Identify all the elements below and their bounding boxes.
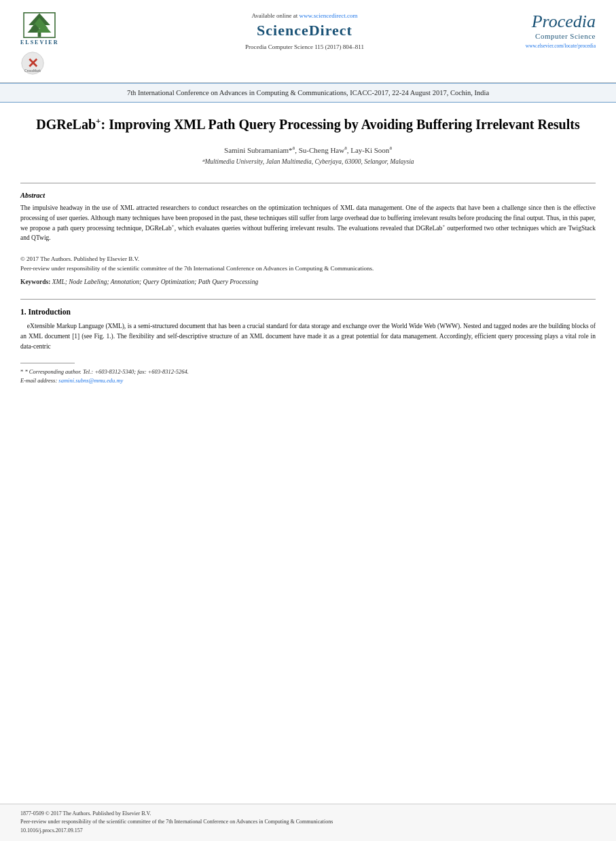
copyright-line2: Peer-review under responsibility of the … [20, 264, 596, 274]
section-title-introduction: 1. Introduction [20, 308, 596, 316]
abstract-title: Abstract [20, 192, 596, 199]
page-header: ELSEVIER ✕ CrossMark Available online at… [0, 0, 616, 83]
keywords-label: Keywords: [20, 279, 50, 285]
computer-science-label: Computer Science [507, 32, 596, 40]
crossmark-icon: ✕ CrossMark [20, 51, 45, 75]
header-center: Available online at www.sciencedirect.co… [102, 12, 507, 50]
copyright-line1: © 2017 The Authors. Published by Elsevie… [20, 255, 596, 264]
abstract-section: Abstract The impulsive headway in the us… [0, 192, 616, 243]
keywords-text: XML; Node Labeling; Annotation; Query Op… [52, 279, 258, 285]
footnote-email: E-mail address: samini.subns@mmu.edu.my [20, 376, 596, 386]
journal-name: Procedia Computer Science 115 (2017) 804… [115, 43, 494, 50]
procedia-title: Procedia [507, 12, 596, 32]
available-online-text: Available online at www.sciencedirect.co… [115, 12, 494, 19]
section-introduction: 1. Introduction eXtensible Markup Langua… [0, 308, 616, 351]
header-right: Procedia Computer Science www.elsevier.c… [507, 12, 596, 49]
conference-text: 7th International Conference on Advances… [127, 89, 489, 96]
bottom-doi: 10.1016/j.procs.2017.09.157 [20, 827, 596, 836]
conference-banner: 7th International Conference on Advances… [0, 83, 616, 103]
email-address[interactable]: samini.subns@mmu.edu.my [58, 377, 123, 384]
elsevier-tree-icon [22, 12, 56, 38]
elsevier-label: ELSEVIER [20, 39, 58, 46]
email-label: E-mail address: [20, 377, 57, 384]
authors: Samini Subramaniam*a, Su-Cheng Hawa, Lay… [34, 145, 582, 154]
keywords-section: Keywords: XML; Node Labeling; Annotation… [0, 279, 616, 291]
bottom-line2: Peer-review under responsibility of the … [20, 818, 596, 827]
paper-title-area: DGReLab+: Improving XML Path Query Proce… [0, 103, 616, 175]
elsevier-url[interactable]: www.elsevier.com/locate/procedia [507, 43, 596, 49]
svg-text:✕: ✕ [27, 56, 39, 71]
copyright-section: © 2017 The Authors. Published by Elsevie… [0, 249, 616, 279]
section-divider [20, 183, 596, 183]
bottom-line1: 1877-0509 © 2017 The Authors. Published … [20, 810, 596, 819]
paper-title: DGReLab+: Improving XML Path Query Proce… [34, 115, 582, 134]
svg-text:CrossMark: CrossMark [24, 69, 41, 73]
sciencedirect-url[interactable]: www.sciencedirect.com [300, 12, 358, 19]
bottom-bar: 1877-0509 © 2017 The Authors. Published … [0, 804, 616, 841]
footnote-line [20, 363, 75, 363]
elsevier-logo: ELSEVIER [20, 12, 58, 46]
footnote-section: * * Corresponding author. Tel.: +603-831… [0, 368, 616, 386]
abstract-text: The impulsive headway in the use of XML … [20, 203, 596, 243]
section-text-introduction: eXtensible Markup Language (XML), is a s… [20, 321, 596, 351]
header-left: ELSEVIER ✕ CrossMark [20, 12, 102, 75]
sciencedirect-title: ScienceDirect [115, 22, 494, 39]
affiliation: ᵃMultimedia University, Jalan Multimedia… [34, 158, 582, 165]
footnote-star: * * Corresponding author. Tel.: +603-831… [20, 368, 596, 377]
keywords-divider [20, 299, 596, 300]
